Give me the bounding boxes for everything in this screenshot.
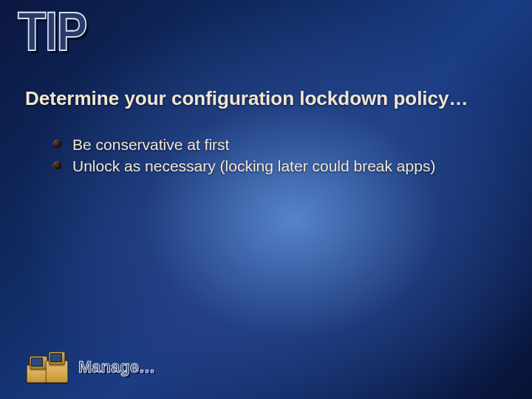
list-item: Unlock as necessary (locking later could… [52, 156, 502, 176]
slide: TIP Determine your configuration lockdow… [0, 0, 532, 399]
footer-label: Manage… [78, 358, 155, 377]
tip-badge: TIP [18, 4, 86, 59]
slide-heading: Determine your configuration lockdown po… [25, 87, 507, 110]
footer: Manage… [27, 350, 155, 384]
bullet-list: Be conservative at first Unlock as neces… [52, 134, 502, 178]
list-item: Be conservative at first [52, 134, 502, 154]
computers-icon [27, 350, 68, 384]
